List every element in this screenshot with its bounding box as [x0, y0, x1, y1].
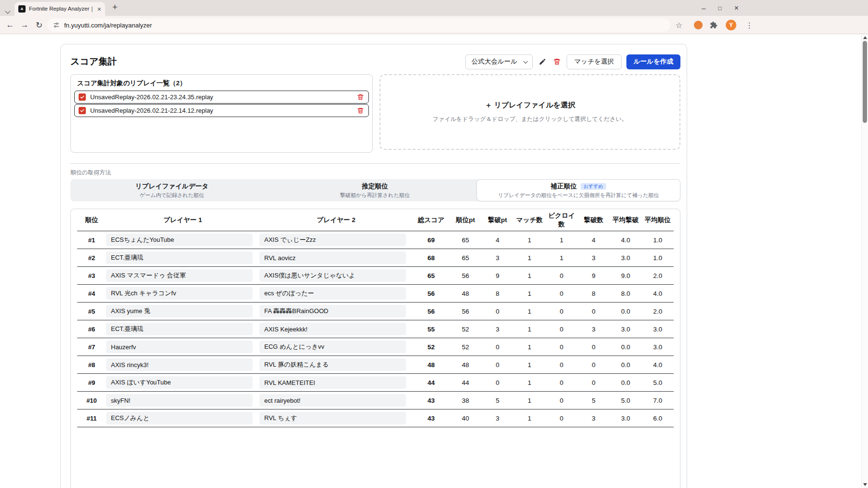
forward-icon[interactable]: → — [18, 16, 31, 34]
stat-cell: 52 — [449, 343, 481, 351]
replay-filename: UnsavedReplay-2026.02.21-22.14.12.replay — [90, 107, 357, 114]
site-info-icon[interactable] — [53, 22, 60, 28]
stat-cell: 56 — [413, 308, 449, 315]
stat-cell: 3 — [578, 254, 610, 262]
create-rule-button[interactable]: ルールを作成 — [626, 54, 680, 69]
replay-item[interactable]: UnsavedReplay-2026.02.21-23.24.35.replay — [74, 91, 369, 104]
stat-cell: 69 — [413, 237, 449, 244]
stat-cell: 3 — [578, 326, 610, 333]
table-body: #1ECSちょんたYouTubeAXIS でぃじーZzz696541144.01… — [77, 231, 674, 427]
table-row: #8AXIS rincyk3!RVL 豚の妖精こんまる484801000.04.… — [77, 356, 674, 374]
stat-cell: 4 — [578, 237, 610, 244]
player-name: AXIS でぃじーZzz — [259, 234, 406, 246]
rank-method-tab[interactable]: 補正順位おすすめリプレイデータの順位をベースに欠損個所を再計算にて補った順位 — [476, 179, 680, 201]
stat-cell: 0 — [578, 361, 610, 369]
trash-icon[interactable] — [357, 107, 365, 115]
player-name: RVL 光ch キャラコンfv — [106, 287, 253, 300]
rank-cell: #11 — [77, 415, 106, 422]
player-cell: RVL KAMETEITEI — [259, 376, 413, 389]
player-name: RVL ちぇす — [259, 412, 406, 424]
bookmark-star-icon[interactable]: ☆ — [672, 16, 686, 34]
minimize-icon[interactable]: – — [702, 4, 705, 12]
stat-cell: 56 — [449, 272, 481, 279]
player-cell: AXIS Kejeekkk! — [259, 323, 413, 335]
stat-cell: 8 — [481, 290, 513, 297]
tab-search-icon[interactable] — [6, 6, 10, 15]
stat-cell: 0 — [545, 272, 577, 279]
rank-cell: #4 — [77, 290, 106, 297]
player-cell: AXIS rincyk3! — [106, 358, 259, 371]
delete-rule-button[interactable] — [552, 54, 562, 69]
scroll-down-icon[interactable] — [863, 483, 867, 486]
stat-cell: 1 — [545, 254, 577, 262]
stat-cell: 0 — [481, 361, 513, 369]
replay-dropzone[interactable]: ＋ リプレイファイルを選択 ファイルをドラッグ＆ドロップ、またはクリックして選択… — [380, 74, 680, 150]
profile-avatar[interactable]: Y — [724, 16, 738, 34]
edit-rule-button[interactable] — [538, 54, 547, 69]
stat-cell: 3 — [481, 415, 513, 422]
replay-item[interactable]: UnsavedReplay-2026.02.21-22.14.12.replay — [74, 104, 369, 117]
browser-tab[interactable]: A Fortnite Replay Analyzer｜リプレ × — [14, 2, 105, 16]
stat-cell: 1 — [514, 290, 545, 297]
player-cell: ect rairyebot! — [259, 394, 413, 407]
rule-dropdown[interactable]: 公式大会ルール — [465, 54, 533, 69]
select-match-button[interactable]: マッチを選択 — [567, 54, 622, 69]
stat-cell: 52 — [449, 326, 481, 333]
checkbox-checked-icon[interactable] — [79, 93, 86, 101]
stat-cell: 0 — [481, 343, 513, 351]
player-name: ECT.亜璃琉 — [106, 251, 253, 264]
stat-cell: 1 — [514, 343, 545, 351]
tab-close-icon[interactable]: × — [97, 6, 101, 13]
new-tab-button[interactable]: + — [112, 2, 118, 13]
tab-subtitle: リプレイデータの順位をベースに欠損個所を再計算にて補った順位 — [498, 192, 659, 199]
checkbox-checked-icon[interactable] — [79, 107, 86, 114]
scrollbar[interactable] — [861, 34, 868, 488]
stat-cell: 48 — [449, 361, 481, 369]
replay-filename: UnsavedReplay-2026.02.21-23.24.35.replay — [90, 93, 357, 101]
stat-cell: 68 — [413, 254, 449, 262]
menu-kebab-icon[interactable]: ⋮ — [743, 16, 756, 34]
table-row: #6ECT.亜璃琉AXIS Kejeekkk!555231033.03.0 — [77, 320, 674, 338]
player-cell: AXIS yume 兎 — [106, 305, 259, 317]
table-row: #2ECT.亜璃琉RVL aovicz686531133.01.0 — [77, 249, 674, 267]
stat-cell: 9.0 — [610, 272, 641, 279]
extensions-puzzle-icon[interactable] — [707, 16, 720, 34]
column-header: 総スコア — [413, 216, 449, 224]
trash-icon — [553, 58, 561, 66]
player-name: skyFN! — [106, 394, 253, 407]
address-bar[interactable]: fn.yuyutti.com/ja/replayanalyzer — [47, 18, 670, 32]
trash-icon[interactable] — [357, 93, 365, 101]
back-icon[interactable]: ← — [4, 16, 16, 34]
close-icon[interactable]: × — [734, 4, 739, 13]
stat-cell: 0 — [545, 308, 577, 315]
player-name: FA 轟轟轟BRainGOOD — [259, 305, 406, 317]
stat-cell: 1.0 — [642, 237, 674, 244]
maximize-icon[interactable]: □ — [718, 5, 721, 12]
scrollbar-thumb[interactable] — [863, 41, 867, 123]
stat-cell: 65 — [449, 237, 481, 244]
rank-method-tab[interactable]: リプレイファイルデータゲーム内で記録された順位 — [70, 179, 273, 201]
player-cell: ECT.亜璃琉 — [106, 251, 259, 264]
player-cell: AXIS ぼいすYouTube — [106, 376, 259, 389]
player-name: RVL 豚の妖精こんまる — [259, 358, 406, 371]
extension-icon[interactable] — [692, 16, 705, 34]
column-header: プレイヤー 2 — [259, 216, 413, 224]
tab-title: Fortnite Replay Analyzer｜リプレ — [29, 5, 94, 13]
player-name: ECSノみんと — [106, 412, 253, 424]
stat-cell: 9 — [578, 272, 610, 279]
stat-cell: 55 — [413, 326, 449, 333]
rank-cell: #7 — [77, 343, 106, 351]
stat-cell: 44 — [449, 379, 481, 386]
stat-cell: 43 — [413, 397, 449, 404]
player-name: RVL aovicz — [259, 251, 406, 264]
scroll-up-icon[interactable] — [863, 36, 867, 39]
rank-method-tab[interactable]: 推定順位撃破順から再計算された順位 — [273, 179, 476, 201]
player-cell: RVL aovicz — [259, 251, 413, 264]
stat-cell: 0 — [578, 379, 610, 386]
reload-icon[interactable]: ↻ — [33, 16, 45, 34]
stat-cell: 0.0 — [610, 308, 641, 315]
stat-cell: 4.0 — [610, 237, 641, 244]
stat-cell: 3 — [578, 415, 610, 422]
tab-title: 補正順位 — [551, 182, 577, 191]
player-cell: RVL 光ch キャラコンfv — [106, 287, 259, 300]
